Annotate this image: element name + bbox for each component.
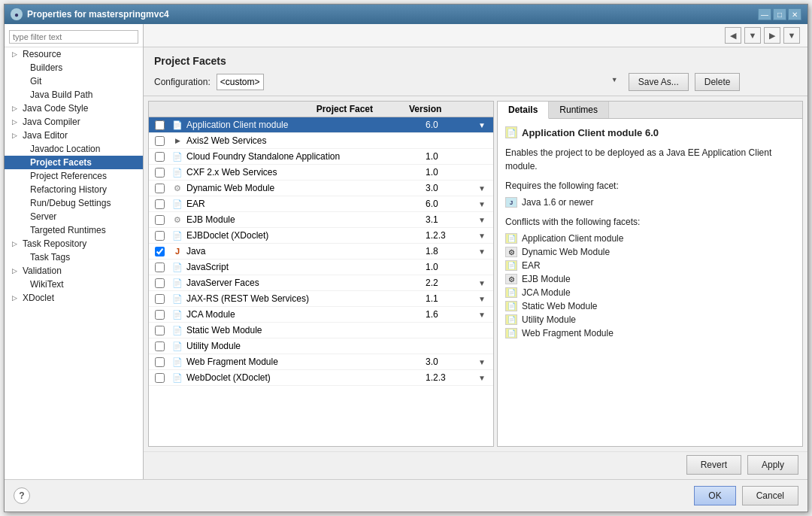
nav-dropdown-button[interactable]: ▼ (744, 27, 761, 44)
facet-version-dropdown[interactable]: ▼ (471, 121, 493, 129)
facet-icon-doc: 📄 (170, 150, 185, 162)
facet-version: 1.0 (426, 167, 471, 178)
table-row[interactable]: 📄 WebDoclet (XDoclet) 1.2.3 ▼ (149, 370, 493, 386)
sidebar-item-run-debug-settings[interactable]: Run/Debug Settings (5, 196, 143, 210)
nav-menu-button[interactable]: ▼ (783, 27, 800, 44)
facet-checkbox[interactable] (149, 373, 170, 383)
apply-button[interactable]: Apply (747, 455, 798, 475)
sidebar-item-project-facets[interactable]: Project Facets (5, 156, 143, 169)
delete-button[interactable]: Delete (695, 73, 741, 91)
facet-version: 1.0 (426, 151, 471, 162)
sidebar-item-builders[interactable]: Builders (5, 61, 143, 74)
table-row[interactable]: 📄 JavaServer Faces 2.2 ▼ (149, 275, 493, 291)
table-row[interactable]: 📄 Cloud Foundry Standalone Application 1… (149, 149, 493, 165)
list-item: 📄 EAR (505, 259, 795, 272)
config-label: Configuration: (154, 77, 211, 87)
facet-version-dropdown[interactable]: ▼ (471, 247, 493, 256)
table-row[interactable]: 📄 Static Web Module (149, 323, 493, 338)
sidebar-item-javadoc-location[interactable]: Javadoc Location (5, 142, 143, 156)
facet-version-dropdown[interactable]: ▼ (471, 311, 493, 319)
facet-version: 1.8 (426, 246, 471, 256)
filter-input[interactable] (9, 30, 138, 44)
maximize-button[interactable]: □ (773, 8, 786, 20)
doc-icon: 📄 (505, 314, 517, 325)
help-button[interactable]: ? (14, 487, 30, 504)
expand-icon: ▷ (12, 105, 20, 112)
facet-checkbox[interactable] (149, 215, 170, 225)
table-row[interactable]: 📄 Application Client module 6.0 ▼ (149, 117, 493, 133)
sidebar-item-validation[interactable]: ▷ Validation (5, 264, 143, 278)
facet-version-dropdown[interactable]: ▼ (471, 200, 493, 208)
sidebar-item-targeted-runtimes[interactable]: Targeted Runtimes (5, 223, 143, 237)
table-row[interactable]: 📄 CXF 2.x Web Services 1.0 (149, 165, 493, 181)
table-row[interactable]: ⚙ Dynamic Web Module 3.0 ▼ (149, 181, 493, 196)
facet-checkbox[interactable] (149, 136, 170, 146)
sidebar-item-xdoclet[interactable]: ▷ XDoclet (5, 291, 143, 305)
tab-runtimes[interactable]: Runtimes (549, 102, 609, 118)
sidebar-item-project-references[interactable]: Project References (5, 169, 143, 183)
sidebar-label: Targeted Runtimes (30, 225, 106, 235)
forward-button[interactable]: ▶ (764, 27, 780, 44)
sidebar-item-git[interactable]: Git (5, 74, 143, 88)
facet-checkbox[interactable] (149, 120, 170, 130)
sidebar-item-java-build-path[interactable]: Java Build Path (5, 88, 143, 102)
sidebar-item-java-compiler[interactable]: ▷ Java Compiler (5, 115, 143, 129)
facet-version-dropdown[interactable]: ▼ (471, 216, 493, 224)
back-button[interactable]: ◀ (725, 27, 741, 44)
facet-name: Dynamic Web Module (185, 183, 426, 193)
facet-checkbox[interactable] (149, 152, 170, 162)
facet-icon-doc: 📄 (170, 324, 185, 336)
facet-checkbox[interactable] (149, 247, 170, 256)
sidebar-item-java-editor[interactable]: ▷ Java Editor (5, 129, 143, 142)
sidebar-label: Validation (23, 266, 62, 276)
facet-checkbox[interactable] (149, 357, 170, 367)
save-as-button[interactable]: Save As... (629, 73, 689, 91)
facet-version-dropdown[interactable]: ▼ (471, 295, 493, 303)
facet-checkbox[interactable] (149, 278, 170, 288)
ok-button[interactable]: OK (694, 486, 735, 505)
table-row[interactable]: ⚙ EJB Module 3.1 ▼ (149, 212, 493, 228)
facet-checkbox[interactable] (149, 310, 170, 320)
table-row[interactable]: 📄 EJBDoclet (XDoclet) 1.2.3 ▼ (149, 228, 493, 244)
config-select[interactable]: <custom> (217, 74, 264, 90)
facet-name: JavaServer Faces (185, 278, 426, 288)
table-row[interactable]: 📄 Web Fragment Module 3.0 ▼ (149, 354, 493, 370)
facet-checkbox[interactable] (149, 263, 170, 272)
close-button[interactable]: ✕ (788, 8, 801, 20)
minimize-button[interactable]: — (758, 8, 771, 20)
table-row[interactable]: J Java 1.8 ▼ (149, 244, 493, 260)
sidebar-item-task-tags[interactable]: Task Tags (5, 250, 143, 264)
details-title: 📄 Application Client module 6.0 (505, 126, 795, 138)
sidebar-item-java-code-style[interactable]: ▷ Java Code Style (5, 102, 143, 115)
facet-checkbox[interactable] (149, 199, 170, 209)
facet-checkbox[interactable] (149, 326, 170, 335)
facet-name: Utility Module (185, 341, 426, 351)
table-row[interactable]: 📄 JAX-RS (REST Web Services) 1.1 ▼ (149, 291, 493, 307)
table-row[interactable]: 📄 EAR 6.0 ▼ (149, 196, 493, 212)
sidebar-item-task-repository[interactable]: ▷ Task Repository (5, 237, 143, 250)
facet-version-dropdown[interactable]: ▼ (471, 358, 493, 366)
revert-button[interactable]: Revert (686, 455, 741, 475)
table-row[interactable]: 📄 JCA Module 1.6 ▼ (149, 307, 493, 323)
sidebar-item-refactoring-history[interactable]: Refactoring History (5, 183, 143, 196)
facet-version-dropdown[interactable]: ▼ (471, 374, 493, 382)
column-facet-header: Project Facet (311, 104, 403, 114)
facet-version-dropdown[interactable]: ▼ (471, 184, 493, 193)
table-row[interactable]: ▶ Axis2 Web Services (149, 133, 493, 149)
cancel-button[interactable]: Cancel (742, 486, 798, 505)
sidebar-item-server[interactable]: Server (5, 210, 143, 223)
facet-checkbox[interactable] (149, 341, 170, 351)
sidebar-item-wikitext[interactable]: WikiText (5, 278, 143, 291)
facet-checkbox[interactable] (149, 294, 170, 304)
config-row: Configuration: <custom> Save As... Delet… (154, 73, 797, 91)
sidebar-item-resource[interactable]: ▷ Resource (5, 47, 143, 61)
facet-checkbox[interactable] (149, 168, 170, 178)
table-row[interactable]: 📄 JavaScript 1.0 (149, 260, 493, 275)
facet-checkbox[interactable] (149, 184, 170, 193)
facet-version: 1.6 (426, 309, 471, 320)
facet-version-dropdown[interactable]: ▼ (471, 279, 493, 287)
facet-version-dropdown[interactable]: ▼ (471, 232, 493, 240)
tab-details[interactable]: Details (498, 102, 549, 119)
facet-checkbox[interactable] (149, 231, 170, 241)
table-row[interactable]: 📄 Utility Module (149, 338, 493, 354)
